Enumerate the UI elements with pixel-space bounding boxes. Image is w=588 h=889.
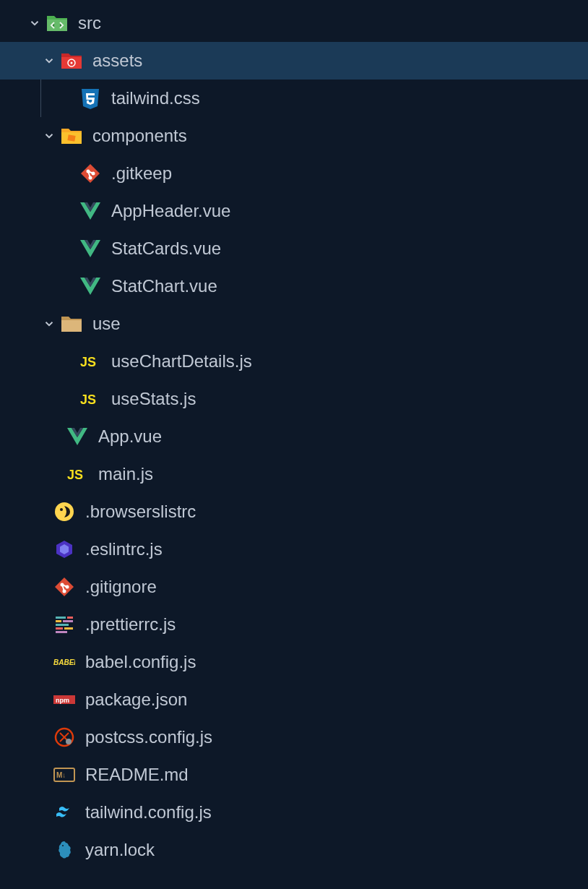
tree-label: tailwind.css: [111, 88, 200, 108]
tree-file-browserslistrc[interactable]: .browserslistrc: [0, 493, 588, 531]
tree-label: main.js: [98, 464, 153, 484]
tree-label: src: [78, 13, 101, 33]
tree-label: package.json: [85, 690, 187, 710]
tree-file-eslintrc[interactable]: .eslintrc.js: [0, 531, 588, 568]
tree-label: tailwind.config.js: [85, 802, 212, 823]
tree-guide-line: [40, 80, 41, 117]
tree-label: yarn.lock: [85, 840, 155, 860]
tree-label: App.vue: [98, 426, 162, 447]
yarn-icon: [53, 839, 75, 861]
chevron-down-icon: [40, 52, 58, 69]
svg-rect-16: [56, 620, 61, 622]
js-icon: JS: [66, 463, 88, 485]
svg-point-29: [62, 845, 64, 846]
svg-rect-15: [67, 617, 73, 619]
tree-file-statcards-vue[interactable]: StatCards.vue: [0, 230, 588, 267]
git-icon: [53, 576, 75, 598]
svg-point-1: [71, 62, 73, 64]
tree-label: StatChart.vue: [111, 276, 217, 296]
tree-file-appheader-vue[interactable]: AppHeader.vue: [0, 192, 588, 230]
eslint-icon: [53, 538, 75, 560]
folder-components-icon: [61, 125, 82, 147]
npm-icon: npm: [53, 689, 75, 710]
postcss-icon: [53, 726, 75, 748]
tree-file-postcssconfig[interactable]: postcss.config.js: [0, 718, 588, 756]
js-icon: JS: [79, 388, 101, 410]
vue-icon: [66, 426, 88, 447]
chevron-down-icon: [40, 127, 58, 145]
tree-label: useStats.js: [111, 389, 196, 409]
tree-label: .gitkeep: [111, 163, 172, 184]
tree-label: AppHeader.vue: [111, 201, 230, 221]
svg-rect-17: [63, 620, 73, 622]
tree-file-main-js[interactable]: JS main.js: [0, 455, 588, 493]
folder-src-icon: [46, 12, 68, 34]
tailwind-icon: [53, 802, 75, 823]
tree-label: useChartDetails.js: [111, 351, 252, 372]
tree-file-app-vue[interactable]: App.vue: [0, 418, 588, 455]
svg-rect-20: [64, 627, 73, 630]
tree-file-usechartdetails-js[interactable]: JS useChartDetails.js: [0, 343, 588, 380]
tree-folder-use[interactable]: use: [0, 305, 588, 343]
tree-file-prettierrc[interactable]: .prettierrc.js: [0, 606, 588, 643]
babel-icon: BABEL: [53, 651, 75, 673]
tree-folder-assets[interactable]: assets: [0, 42, 588, 80]
tree-label: .eslintrc.js: [85, 539, 163, 559]
svg-rect-18: [56, 624, 69, 626]
chevron-down-icon: [26, 14, 43, 32]
svg-rect-2: [67, 134, 75, 142]
git-icon: [79, 163, 101, 184]
tree-label: assets: [92, 51, 142, 71]
prettier-icon: [53, 614, 75, 635]
folder-icon: [61, 313, 82, 335]
svg-text:npm: npm: [56, 697, 69, 704]
tree-folder-src[interactable]: src: [0, 4, 588, 42]
svg-text:M↓: M↓: [56, 771, 66, 779]
tree-label: .browserslistrc: [85, 502, 196, 522]
svg-point-10: [60, 508, 63, 511]
vue-icon: [79, 238, 101, 259]
tree-label: babel.config.js: [85, 652, 196, 672]
tree-file-statchart-vue[interactable]: StatChart.vue: [0, 267, 588, 305]
css-icon: [79, 87, 101, 109]
tree-file-usestats-js[interactable]: JS useStats.js: [0, 380, 588, 418]
vue-icon: [79, 200, 101, 222]
tree-label: postcss.config.js: [85, 727, 212, 747]
tree-file-gitignore[interactable]: .gitignore: [0, 568, 588, 606]
tree-file-tailwind-css[interactable]: tailwind.css: [0, 80, 588, 117]
tree-file-babelconfig[interactable]: BABEL babel.config.js: [0, 643, 588, 681]
folder-assets-icon: [61, 50, 82, 72]
tree-file-tailwindconfig[interactable]: tailwind.config.js: [0, 794, 588, 831]
svg-rect-14: [56, 617, 66, 619]
svg-text:JS: JS: [67, 468, 83, 482]
tree-folder-components[interactable]: components: [0, 117, 588, 155]
tree-label: StatCards.vue: [111, 239, 221, 259]
browserslist-icon: [53, 501, 75, 523]
svg-text:BABEL: BABEL: [53, 658, 75, 666]
chevron-down-icon: [40, 315, 58, 332]
tree-label: use: [92, 314, 121, 334]
svg-point-9: [55, 502, 74, 521]
tree-file-yarnlock[interactable]: yarn.lock: [0, 831, 588, 869]
svg-rect-21: [56, 631, 67, 633]
tree-label: README.md: [85, 765, 189, 785]
vue-icon: [79, 275, 101, 297]
svg-text:JS: JS: [80, 355, 96, 369]
tree-file-packagejson[interactable]: npm package.json: [0, 681, 588, 718]
svg-rect-19: [56, 627, 63, 630]
svg-point-26: [66, 739, 72, 744]
tree-file-readme[interactable]: M↓ README.md: [0, 756, 588, 794]
tree-label: .prettierrc.js: [85, 614, 176, 635]
tree-label: .gitignore: [85, 577, 157, 597]
tree-label: components: [92, 126, 187, 146]
tree-file-gitkeep[interactable]: .gitkeep: [0, 155, 588, 192]
markdown-icon: M↓: [53, 764, 75, 786]
js-icon: JS: [79, 351, 101, 372]
svg-text:JS: JS: [80, 392, 96, 407]
